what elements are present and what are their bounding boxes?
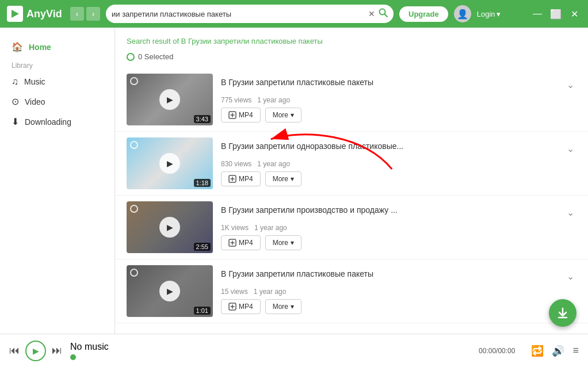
- sidebar-home-label: Home: [29, 43, 51, 52]
- sidebar-item-video[interactable]: ⊙ Video: [0, 91, 114, 112]
- mp4-button[interactable]: MP4: [221, 299, 261, 314]
- login-chevron-icon: ▾: [497, 10, 501, 18]
- player-extra-controls: 🔁 🔊 ≡: [531, 345, 579, 357]
- login-button[interactable]: Login ▾: [477, 10, 501, 18]
- select-all-radio[interactable]: [127, 53, 135, 61]
- result-actions: MP4 More ▾: [221, 171, 576, 186]
- result-select-radio[interactable]: [130, 141, 138, 149]
- prev-button[interactable]: ⏮: [9, 345, 20, 357]
- mp4-button[interactable]: MP4: [221, 171, 261, 186]
- result-title: В Грузии запретили пластиковые пакеты: [221, 77, 373, 87]
- minimize-button[interactable]: —: [530, 7, 544, 21]
- result-item: ▶ 2:55 В Грузии запретили производство и…: [115, 196, 588, 259]
- result-expand-button[interactable]: ⌄: [564, 205, 576, 220]
- maximize-button[interactable]: ⬜: [549, 7, 563, 21]
- search-clear-icon[interactable]: ✕: [368, 9, 375, 18]
- app-name: AnyVid: [26, 8, 62, 20]
- sidebar: 🏠 Home Library ♫ Music ⊙ Video ⬇ Downloa…: [0, 28, 115, 334]
- result-expand-button[interactable]: ⌄: [564, 77, 576, 93]
- result-title-row: В Грузии запретили одноразовые пластиков…: [221, 141, 576, 156]
- nav-arrows: ‹ ›: [70, 7, 100, 21]
- result-title: В Грузии запретили пластиковые пакеты: [221, 269, 373, 279]
- more-button[interactable]: More ▾: [265, 235, 301, 250]
- track-info: No music: [70, 342, 139, 360]
- result-title-row: В Грузии запретили пластиковые пакеты ⌄: [221, 269, 576, 284]
- track-name: No music: [70, 342, 139, 352]
- result-info: В Грузии запретили одноразовые пластиков…: [221, 141, 576, 186]
- result-item: ▶ 1:18 В Грузии запретили одноразовые пл…: [115, 132, 588, 196]
- sidebar-video-label: Video: [25, 97, 45, 106]
- result-play-button[interactable]: ▶: [159, 281, 180, 301]
- result-meta: 830 views 1 year ago: [221, 160, 576, 168]
- more-button[interactable]: More ▾: [265, 171, 301, 186]
- result-play-button[interactable]: ▶: [159, 153, 180, 174]
- result-play-button[interactable]: ▶: [159, 89, 180, 110]
- result-expand-button[interactable]: ⌄: [564, 269, 576, 284]
- main-layout: 🏠 Home Library ♫ Music ⊙ Video ⬇ Downloa…: [0, 28, 588, 334]
- search-button[interactable]: [379, 8, 388, 20]
- volume-button[interactable]: 🔊: [552, 345, 564, 357]
- result-meta: 1K views 1 year ago: [221, 224, 576, 232]
- sidebar-library-section: Library: [0, 57, 114, 72]
- more-button[interactable]: More ▾: [265, 108, 301, 123]
- result-info: В Грузии запретили производство и продаж…: [221, 205, 576, 250]
- selected-count-label: 0 Selected: [138, 52, 173, 61]
- sidebar-item-music[interactable]: ♫ Music: [0, 72, 114, 91]
- mp4-button[interactable]: MP4: [221, 108, 261, 123]
- playlist-button[interactable]: ≡: [572, 345, 579, 357]
- titlebar: AnyVid ‹ › ✕ Upgrade 👤 Login ▾ — ⬜ ✕: [0, 0, 588, 28]
- content-area: Search result of В Грузии запретили плас…: [115, 28, 588, 334]
- forward-button[interactable]: ›: [86, 7, 100, 21]
- svg-line-2: [385, 14, 388, 17]
- result-title-row: В Грузии запретили пластиковые пакеты ⌄: [221, 77, 576, 93]
- result-thumbnail[interactable]: ▶ 1:01: [127, 265, 213, 317]
- result-actions: MP4 More ▾: [221, 108, 576, 123]
- result-thumbnail[interactable]: ▶ 3:43: [127, 74, 213, 125]
- window-controls: — ⬜ ✕: [530, 7, 581, 21]
- sidebar-item-downloading[interactable]: ⬇ Downloading: [0, 112, 114, 132]
- logo-icon: [7, 6, 23, 22]
- more-chevron-icon: ▾: [291, 239, 294, 247]
- download-icon: ⬇: [12, 116, 19, 127]
- result-meta: 15 views 1 year ago: [221, 288, 576, 296]
- upgrade-button[interactable]: Upgrade: [399, 6, 448, 22]
- download-fab[interactable]: [549, 299, 576, 327]
- result-select-radio[interactable]: [130, 269, 138, 277]
- more-button[interactable]: More ▾: [265, 299, 301, 314]
- more-chevron-icon: ▾: [291, 175, 294, 183]
- result-duration: 1:01: [194, 307, 211, 315]
- search-result-query: В Грузии запретили пластиковые пакеты: [181, 37, 323, 45]
- track-progress-dot: [70, 354, 76, 360]
- result-duration: 2:55: [194, 243, 211, 251]
- result-item: ▶ 1:01 В Грузии запретили пластиковые па…: [115, 259, 588, 323]
- sidebar-music-label: Music: [24, 77, 45, 86]
- mp4-button[interactable]: MP4: [221, 235, 261, 250]
- next-button[interactable]: ⏭: [52, 345, 62, 357]
- result-thumbnail[interactable]: ▶ 1:18: [127, 137, 213, 189]
- result-title: В Грузии запретили одноразовые пластиков…: [221, 141, 403, 151]
- selected-count-row: 0 Selected: [115, 50, 588, 68]
- play-pause-button[interactable]: ▶: [25, 341, 46, 361]
- svg-marker-0: [12, 10, 19, 18]
- more-chevron-icon: ▾: [291, 111, 294, 119]
- result-thumbnail[interactable]: ▶ 2:55: [127, 201, 213, 253]
- result-info: В Грузии запретили пластиковые пакеты ⌄ …: [221, 269, 576, 314]
- avatar: 👤: [454, 5, 471, 22]
- result-meta: 775 views 1 year ago: [221, 96, 576, 104]
- repeat-button[interactable]: 🔁: [531, 345, 544, 357]
- result-play-button[interactable]: ▶: [159, 217, 180, 238]
- music-icon: ♫: [12, 77, 18, 87]
- search-result-prefix: Search result of: [127, 37, 181, 45]
- back-button[interactable]: ‹: [70, 7, 84, 21]
- search-result-header: Search result of В Грузии запретили плас…: [115, 28, 588, 50]
- close-button[interactable]: ✕: [567, 7, 581, 21]
- result-select-radio[interactable]: [130, 205, 138, 213]
- search-input[interactable]: [112, 10, 365, 18]
- result-expand-button[interactable]: ⌄: [564, 141, 576, 156]
- sidebar-downloading-label: Downloading: [25, 117, 71, 127]
- sidebar-item-home[interactable]: 🏠 Home: [0, 37, 114, 57]
- more-chevron-icon: ▾: [291, 303, 294, 311]
- result-select-radio[interactable]: [130, 77, 138, 85]
- player-controls: ⏮ ▶ ⏭: [9, 341, 62, 361]
- result-title-row: В Грузии запретили производство и продаж…: [221, 205, 576, 220]
